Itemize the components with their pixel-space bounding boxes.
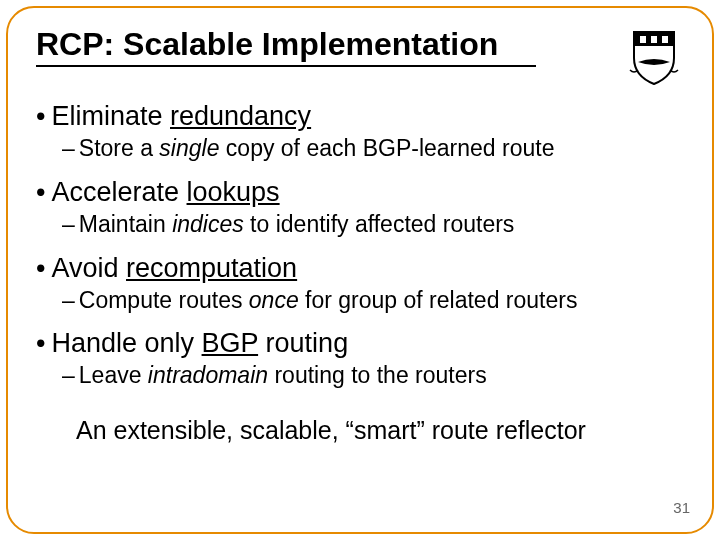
sub-marker: – (62, 135, 75, 161)
bullet-marker: • (36, 253, 45, 283)
sub-item: –Compute routes once for group of relate… (62, 286, 694, 315)
bullet-marker: • (36, 328, 45, 358)
sub-text-post: copy of each BGP-learned route (219, 135, 554, 161)
bullet-item: •Accelerate lookups (36, 177, 694, 208)
bullet-text-ul: recomputation (126, 253, 297, 283)
sub-text-pre: Leave (79, 362, 148, 388)
sub-marker: – (62, 287, 75, 313)
bullet-marker: • (36, 177, 45, 207)
bullet-item: •Eliminate redundancy (36, 101, 694, 132)
sub-text-post: routing to the routers (268, 362, 487, 388)
bullet-marker: • (36, 101, 45, 131)
bullet-text-ul: lookups (187, 177, 280, 207)
sub-text-it: single (159, 135, 219, 161)
sub-text-it: once (249, 287, 299, 313)
title-region: RCP: Scalable Implementation (8, 8, 712, 73)
slide-frame: RCP: Scalable Implementation •Eliminate … (6, 6, 714, 534)
sub-text-pre: Compute routes (79, 287, 249, 313)
bullet-text-pre: Eliminate (51, 101, 170, 131)
svg-rect-0 (640, 36, 646, 43)
sub-text-post: for group of related routers (299, 287, 578, 313)
sub-text-it: intradomain (148, 362, 268, 388)
sub-item: –Store a single copy of each BGP-learned… (62, 134, 694, 163)
bullet-text-post: routing (258, 328, 348, 358)
sub-marker: – (62, 211, 75, 237)
svg-rect-2 (662, 36, 668, 43)
princeton-shield-icon (624, 26, 684, 86)
slide-content: •Eliminate redundancy –Store a single co… (8, 73, 712, 445)
sub-text-it: indices (172, 211, 244, 237)
bullet-text-ul: BGP (202, 328, 259, 358)
bullet-text-ul: redundancy (170, 101, 311, 131)
page-number: 31 (673, 499, 690, 516)
sub-item: –Leave intradomain routing to the router… (62, 361, 694, 390)
bullet-text-pre: Handle only (51, 328, 201, 358)
svg-rect-1 (651, 36, 657, 43)
bullet-item: •Handle only BGP routing (36, 328, 694, 359)
sub-text-pre: Maintain (79, 211, 172, 237)
closing-line: An extensible, scalable, “smart” route r… (76, 416, 694, 445)
sub-text-post: to identify affected routers (244, 211, 515, 237)
sub-item: –Maintain indices to identify affected r… (62, 210, 694, 239)
bullet-text-pre: Avoid (51, 253, 126, 283)
bullet-item: •Avoid recomputation (36, 253, 694, 284)
bullet-text-pre: Accelerate (51, 177, 186, 207)
slide-title: RCP: Scalable Implementation (36, 26, 536, 67)
sub-text-pre: Store a (79, 135, 160, 161)
sub-marker: – (62, 362, 75, 388)
